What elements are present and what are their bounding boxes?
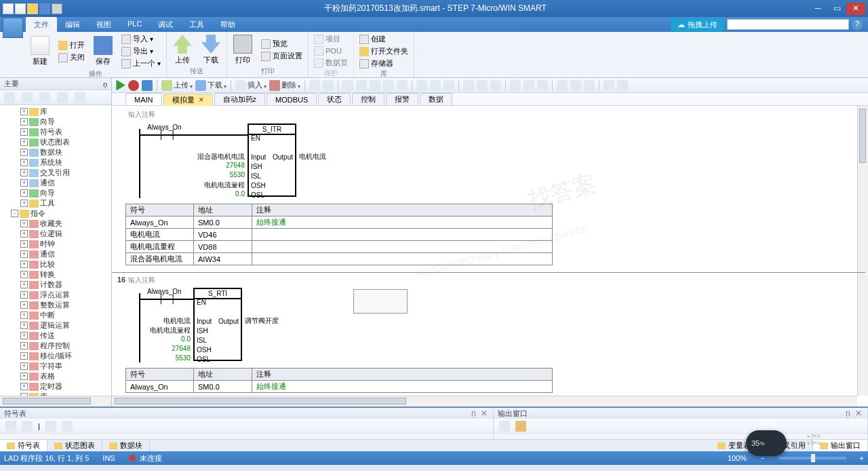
sym-tool-4[interactable]: [62, 421, 73, 432]
project-tree[interactable]: +库+向导+符号表+状态图表+数据块+系统块+交叉引用+通信+向导+工具-指令+…: [0, 105, 111, 396]
table-row[interactable]: 混合器电机电流AIW34: [126, 253, 553, 265]
ribbon-openfolder[interactable]: 打开文件夹: [358, 45, 410, 57]
out-panel-pin-icon[interactable]: ņ ✕: [846, 409, 863, 418]
menu-view[interactable]: 视图: [88, 17, 119, 32]
toolbar-misc-21[interactable]: [617, 80, 628, 91]
drag-upload-button[interactable]: ☁拖拽上传: [671, 18, 724, 31]
tab-MODBUS[interactable]: MODBUS: [267, 93, 317, 105]
toolbar-misc-4[interactable]: [356, 80, 367, 91]
ribbon-save[interactable]: 保存: [92, 36, 115, 67]
tree-node[interactable]: +程序控制: [1, 341, 110, 351]
minimize-button[interactable]: ─: [808, 3, 827, 15]
sym-tool-3[interactable]: [45, 421, 56, 432]
toolbar-insert[interactable]: 插入: [235, 80, 267, 91]
ribbon-open[interactable]: 打开: [57, 39, 86, 51]
status-zoom[interactable]: 100%: [728, 454, 747, 462]
toolbar-misc-14[interactable]: [510, 80, 521, 91]
menu-edit[interactable]: 编辑: [57, 17, 88, 32]
toolbar-misc-11[interactable]: [463, 80, 474, 91]
tree-node[interactable]: +表格: [1, 371, 110, 381]
ribbon-export[interactable]: 导出 ▾: [120, 45, 162, 57]
table-row[interactable]: 电机电流VD46: [126, 229, 553, 241]
network-1[interactable]: Always_On ─┤ ├─ S_ITR EN Input ISH ISL O…: [112, 121, 865, 204]
ribbon-download[interactable]: 下载: [199, 35, 222, 65]
toolbar-run-icon[interactable]: [115, 80, 125, 91]
network-1-symbol-table[interactable]: 符号地址注释 Always_OnSM0.0始终接通电机电流VD46电机电流量程V…: [125, 204, 553, 265]
n2-contact[interactable]: ─┤ ├─: [153, 294, 182, 304]
ribbon-new[interactable]: 新建: [28, 36, 52, 67]
n1-fbox[interactable]: S_ITR EN Input ISH ISL OSH OSL Output: [248, 124, 296, 197]
ribbon-import[interactable]: 导入 ▾: [120, 33, 162, 45]
out-tool-1[interactable]: [499, 421, 510, 432]
tree-node[interactable]: +时钟: [1, 239, 110, 249]
editor-h-scroll[interactable]: [112, 396, 857, 407]
tree-node[interactable]: +系统块: [1, 157, 110, 168]
ribbon-upload[interactable]: 上传: [171, 35, 194, 65]
tree-node[interactable]: +通信: [1, 178, 110, 188]
tree-node[interactable]: +传送: [1, 331, 110, 341]
tree-node[interactable]: +整数运算: [1, 300, 110, 310]
tree-node[interactable]: +逻辑运算: [1, 320, 110, 331]
menu-plc[interactable]: PLC: [119, 17, 150, 32]
sym-tool-1[interactable]: [5, 421, 16, 432]
bottom-tab-状态图表[interactable]: 状态图表: [47, 440, 102, 451]
ribbon-prev[interactable]: 上一个 ▾: [120, 58, 162, 69]
toolbar-misc-12[interactable]: [477, 80, 488, 91]
sidebar-tool-3[interactable]: [39, 92, 50, 103]
qat-save-icon[interactable]: [39, 3, 50, 14]
tree-node[interactable]: +交叉引用: [1, 168, 110, 178]
toolbar-download[interactable]: 下载: [195, 80, 226, 91]
toolbar-misc-17[interactable]: [557, 80, 568, 91]
toolbar-misc-10[interactable]: [443, 80, 454, 91]
sidebar-h-scroll[interactable]: [0, 396, 111, 407]
tab-状态[interactable]: 状态: [318, 93, 351, 105]
sym-panel-pin-icon[interactable]: ņ ✕: [471, 409, 489, 418]
sym-tool-2[interactable]: [22, 421, 33, 432]
menu-help[interactable]: 帮助: [212, 17, 243, 32]
ladder-canvas[interactable]: 输入注释 Always_On ─┤ ├─ S_ITR EN Input ISH …: [112, 106, 868, 407]
app-menu-button[interactable]: [3, 18, 23, 38]
tree-node[interactable]: +移位/循环: [1, 351, 110, 361]
toolbar-misc-1[interactable]: [309, 80, 320, 91]
tree-node[interactable]: +字符串: [1, 361, 110, 371]
sidebar-tool-1[interactable]: [4, 92, 15, 103]
toolbar-compile-icon[interactable]: [142, 80, 153, 91]
tree-node-instructions[interactable]: -指令: [1, 208, 110, 219]
floating-badge[interactable]: 35% ● 0K/s● 0K/s: [746, 430, 787, 456]
ribbon-help-icon[interactable]: ?: [852, 19, 863, 30]
tree-node[interactable]: +向导: [1, 188, 110, 198]
qat-print-icon[interactable]: [52, 3, 62, 14]
ribbon-create[interactable]: 创建: [358, 33, 410, 45]
n1-contact[interactable]: ─┤ ├─: [153, 130, 182, 140]
ribbon-memory[interactable]: 存储器: [358, 58, 410, 69]
tab-报警[interactable]: 报警: [386, 93, 418, 105]
menu-debug[interactable]: 调试: [150, 17, 181, 32]
toolbar-misc-8[interactable]: [416, 80, 427, 91]
tab-控制[interactable]: 控制: [352, 93, 384, 105]
tab-数据[interactable]: 数据: [420, 93, 452, 105]
tree-node[interactable]: +转换: [1, 269, 110, 280]
tree-node[interactable]: +状态图表: [1, 137, 110, 147]
tree-node[interactable]: +库: [1, 107, 110, 117]
tree-node[interactable]: +收藏夹: [1, 219, 110, 229]
qat-open-icon[interactable]: [27, 3, 38, 14]
sidebar-tool-5[interactable]: [75, 92, 85, 103]
toolbar-misc-9[interactable]: [430, 80, 441, 91]
toolbar-upload[interactable]: 上传: [161, 80, 193, 91]
bottom-tab-数据块[interactable]: 数据块: [102, 440, 150, 451]
tree-node[interactable]: +计数器: [1, 280, 110, 290]
toolbar-misc-15[interactable]: [524, 80, 534, 91]
tab-close-icon[interactable]: ✕: [199, 96, 204, 103]
maximize-button[interactable]: ▭: [827, 3, 846, 15]
tree-node[interactable]: +中断: [1, 310, 110, 320]
toolbar-misc-18[interactable]: [570, 80, 581, 91]
bottom-tab-输出窗口[interactable]: 输出窗口: [813, 440, 868, 451]
toolbar-misc-20[interactable]: [604, 80, 614, 91]
tree-node[interactable]: +工具: [1, 198, 110, 208]
tree-node[interactable]: +定时器: [1, 381, 110, 392]
tree-node[interactable]: +符号表: [1, 127, 110, 137]
ribbon-print[interactable]: 打印: [231, 35, 254, 65]
tab-模拟量[interactable]: 模拟量✕: [163, 94, 213, 106]
tree-node[interactable]: +位逻辑: [1, 229, 110, 239]
toolbar-misc-7[interactable]: [397, 80, 408, 91]
